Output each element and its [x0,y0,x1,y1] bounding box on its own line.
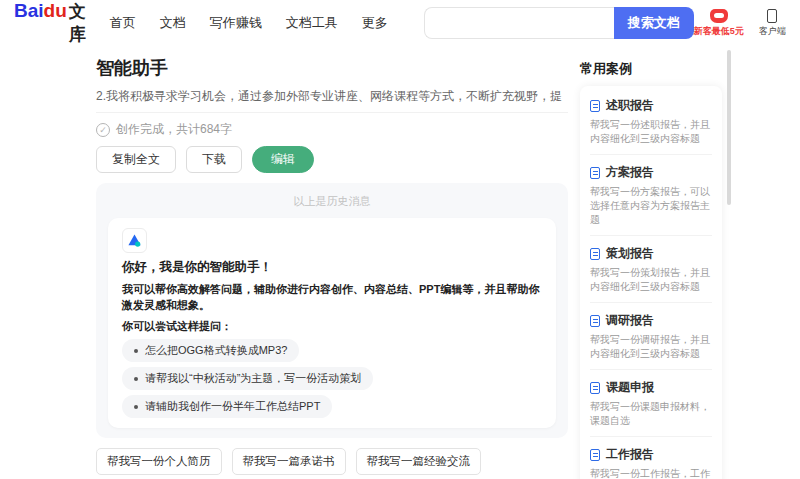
example-question[interactable]: 请帮我以“中秋活动”为主题，写一份活动策划 [122,367,373,390]
promo-mascot-icon [710,9,728,23]
assistant-main: 智能助手 2.我将积极寻求学习机会，通过参加外部专业讲座、网络课程等方式，不断扩… [96,48,568,479]
case-desc-text: 帮我写一份述职报告，并且内容细化到三级内容标题 [590,118,712,146]
case-desc-text: 帮我写一份调研报告，并且内容细化到三级内容标题 [590,333,712,361]
bullet-dot-icon [134,377,138,381]
action-row: 复制全文 下载 编辑 [96,146,568,173]
example-question[interactable]: 请辅助我创作一份半年工作总结PPT [122,395,332,418]
common-cases-sidebar: 常用案例 述职报告 帮我写一份述职报告，并且内容细化到三级内容标题 方案报告 帮… [580,48,722,479]
document-icon [590,449,600,461]
page-body: 智能助手 2.我将积极寻求学习机会，通过参加外部专业讲座、网络课程等方式，不断扩… [0,46,800,479]
document-icon [590,315,600,327]
download-button[interactable]: 下载 [186,146,242,173]
logo-du: du [44,0,67,22]
case-title-text: 课题申报 [606,379,654,396]
copy-all-button[interactable]: 复制全文 [96,146,176,173]
logo-bai: Bai [14,0,44,22]
page-title: 智能助手 [96,56,568,80]
greeting-line2: 我可以帮你高效解答问题，辅助你进行内容创作、内容总结、PPT编辑等，并且帮助你激… [122,281,542,313]
main-nav: 首页 文档 写作赚钱 文档工具 更多 [110,14,388,32]
baidu-wenku-logo[interactable]: Baidu文库 [14,0,86,46]
greeting-line1: 你好，我是你的智能助手！ [122,259,542,276]
case-item[interactable]: 述职报告 帮我写一份述职报告，并且内容细化到三级内容标题 [590,88,712,155]
case-desc-text: 帮我写一份课题申报材料，课题自选 [590,400,712,428]
case-title-text: 调研报告 [606,312,654,329]
document-icon [590,248,600,260]
document-icon [590,382,600,394]
client-label: 客户端 [759,25,786,38]
completion-text: 创作完成，共计684字 [116,121,232,138]
case-desc-text: 帮我写一份方案报告，可以选择任意内容为方案报告主题 [590,185,712,227]
check-circle-icon: ✓ [96,123,110,137]
previous-generated-text: 2.我将积极寻求学习机会，通过参加外部专业讲座、网络课程等方式，不断扩充视野，提… [96,88,568,104]
logo-product: 文库 [69,0,86,46]
phone-icon [767,9,777,23]
example-question-text: 请辅助我创作一份半年工作总结PPT [145,399,320,414]
case-card: 述职报告 帮我写一份述职报告，并且内容细化到三级内容标题 方案报告 帮我写一份方… [580,86,722,479]
case-item[interactable]: 工作报告 帮我写一份工作报告，工作类型随机 [590,437,712,479]
case-title-text: 策划报告 [606,245,654,262]
nav-item-tools[interactable]: 文档工具 [286,14,338,32]
example-question[interactable]: 怎么把OGG格式转换成MP3? [122,339,299,362]
nav-item-more[interactable]: 更多 [362,14,388,32]
case-title-text: 述职报告 [606,97,654,114]
search-bar: 搜索文档 [424,7,694,39]
document-icon [590,167,600,179]
completion-status: ✓ 创作完成，共计684字 [96,112,568,138]
case-title-text: 工作报告 [606,446,654,463]
history-divider: 以上是历史消息 [108,194,556,209]
quick-prompt-chips: 帮我写一份个人简历 帮我写一篇承诺书 帮我写一篇经验交流 [96,448,568,475]
case-item[interactable]: 课题申报 帮我写一份课题申报材料，课题自选 [590,370,712,437]
sidebar-scrollbar[interactable] [727,50,731,205]
sidebar-title: 常用案例 [580,60,722,78]
navbar-right: 新客最低5元 客户端 看过 [694,9,800,38]
search-doc-button[interactable]: 搜索文档 [614,7,694,39]
chip-pledge[interactable]: 帮我写一篇承诺书 [232,448,346,475]
nav-item-earn[interactable]: 写作赚钱 [210,14,262,32]
top-navbar: Baidu文库 首页 文档 写作赚钱 文档工具 更多 搜索文档 新客最低5元 客… [0,0,800,46]
chat-panel: 以上是历史消息 你好，我是你的智能助手！ 我可以帮你高效解答问题，辅助你进行内容… [96,183,568,438]
assistant-greeting-card: 你好，我是你的智能助手！ 我可以帮你高效解答问题，辅助你进行内容创作、内容总结、… [108,218,556,428]
example-question-text: 请帮我以“中秋活动”为主题，写一份活动策划 [145,371,361,386]
promo-label: 新客最低5元 [694,25,744,38]
case-item[interactable]: 策划报告 帮我写一份策划报告，并且内容细化到三级内容标题 [590,236,712,303]
nav-item-docs[interactable]: 文档 [160,14,186,32]
new-user-promo[interactable]: 新客最低5元 [694,9,744,38]
bullet-dot-icon [134,405,138,409]
greeting-line3: 你可以尝试这样提问： [122,318,542,334]
case-desc-text: 帮我写一份工作报告，工作类型随机 [590,467,712,479]
client-download[interactable]: 客户端 [759,9,786,38]
edit-button[interactable]: 编辑 [252,146,314,173]
search-input[interactable] [424,7,614,39]
nav-item-home[interactable]: 首页 [110,14,136,32]
case-item[interactable]: 方案报告 帮我写一份方案报告，可以选择任意内容为方案报告主题 [590,155,712,236]
chip-resume[interactable]: 帮我写一份个人简历 [96,448,222,475]
bullet-dot-icon [134,349,138,353]
case-title-text: 方案报告 [606,164,654,181]
example-question-text: 怎么把OGG格式转换成MP3? [145,343,287,358]
example-question-list: 怎么把OGG格式转换成MP3? 请帮我以“中秋活动”为主题，写一份活动策划 请辅… [122,339,542,418]
chip-experience[interactable]: 帮我写一篇经验交流 [356,448,482,475]
case-desc-text: 帮我写一份策划报告，并且内容细化到三级内容标题 [590,266,712,294]
assistant-avatar-icon [122,228,147,253]
case-item[interactable]: 调研报告 帮我写一份调研报告，并且内容细化到三级内容标题 [590,303,712,370]
document-icon [590,100,600,112]
